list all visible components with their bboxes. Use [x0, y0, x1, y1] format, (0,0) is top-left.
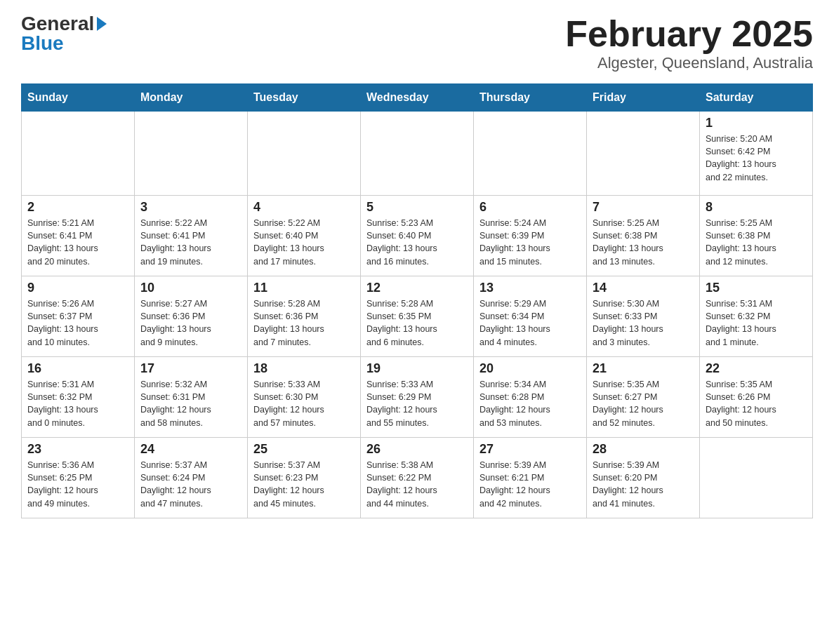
day-number: 3	[140, 200, 241, 215]
table-row: 6Sunrise: 5:24 AMSunset: 6:39 PMDaylight…	[474, 196, 587, 276]
day-number: 6	[479, 200, 581, 215]
day-number: 13	[479, 281, 581, 295]
day-info: Sunrise: 5:37 AMSunset: 6:24 PMDaylight:…	[140, 459, 241, 510]
day-number: 26	[366, 442, 468, 457]
calendar-table: Sunday Monday Tuesday Wednesday Thursday…	[21, 83, 813, 518]
day-info: Sunrise: 5:22 AMSunset: 6:40 PMDaylight:…	[253, 217, 355, 268]
calendar-header-row: Sunday Monday Tuesday Wednesday Thursday…	[22, 84, 813, 112]
table-row: 8Sunrise: 5:25 AMSunset: 6:38 PMDaylight…	[700, 196, 813, 276]
logo-general-text: General	[21, 14, 94, 34]
calendar-week-row: 1Sunrise: 5:20 AMSunset: 6:42 PMDaylight…	[22, 112, 813, 196]
logo: General Blue	[21, 14, 107, 53]
day-info: Sunrise: 5:26 AMSunset: 6:37 PMDaylight:…	[27, 297, 128, 349]
table-row: 28Sunrise: 5:39 AMSunset: 6:20 PMDayligh…	[587, 438, 700, 518]
day-number: 15	[706, 281, 807, 295]
table-row	[135, 112, 248, 196]
table-row: 18Sunrise: 5:33 AMSunset: 6:30 PMDayligh…	[248, 357, 361, 438]
table-row: 25Sunrise: 5:37 AMSunset: 6:23 PMDayligh…	[248, 438, 361, 518]
day-number: 11	[253, 281, 355, 295]
day-info: Sunrise: 5:25 AMSunset: 6:38 PMDaylight:…	[706, 217, 807, 268]
day-info: Sunrise: 5:38 AMSunset: 6:22 PMDaylight:…	[366, 459, 468, 510]
table-row	[248, 112, 361, 196]
table-row: 20Sunrise: 5:34 AMSunset: 6:28 PMDayligh…	[474, 357, 587, 438]
day-number: 2	[27, 200, 128, 215]
day-number: 1	[706, 116, 807, 130]
day-info: Sunrise: 5:23 AMSunset: 6:40 PMDaylight:…	[366, 217, 468, 268]
col-sunday: Sunday	[22, 84, 135, 112]
day-number: 5	[366, 200, 468, 215]
day-number: 20	[479, 361, 581, 376]
day-number: 4	[253, 200, 355, 215]
logo-arrow-icon	[97, 17, 107, 31]
day-number: 23	[27, 442, 128, 457]
calendar-week-row: 23Sunrise: 5:36 AMSunset: 6:25 PMDayligh…	[22, 438, 813, 518]
table-row	[361, 112, 474, 196]
day-info: Sunrise: 5:31 AMSunset: 6:32 PMDaylight:…	[27, 378, 128, 429]
day-info: Sunrise: 5:33 AMSunset: 6:30 PMDaylight:…	[253, 378, 355, 429]
table-row: 19Sunrise: 5:33 AMSunset: 6:29 PMDayligh…	[361, 357, 474, 438]
day-info: Sunrise: 5:32 AMSunset: 6:31 PMDaylight:…	[140, 378, 241, 429]
table-row: 10Sunrise: 5:27 AMSunset: 6:36 PMDayligh…	[135, 276, 248, 357]
table-row: 1Sunrise: 5:20 AMSunset: 6:42 PMDaylight…	[700, 112, 813, 196]
col-thursday: Thursday	[474, 84, 587, 112]
page-header: General Blue February 2025 Algester, Que…	[21, 14, 813, 72]
day-number: 7	[593, 200, 694, 215]
day-info: Sunrise: 5:35 AMSunset: 6:26 PMDaylight:…	[706, 378, 807, 429]
table-row: 13Sunrise: 5:29 AMSunset: 6:34 PMDayligh…	[474, 276, 587, 357]
col-wednesday: Wednesday	[361, 84, 474, 112]
calendar-week-row: 16Sunrise: 5:31 AMSunset: 6:32 PMDayligh…	[22, 357, 813, 438]
day-info: Sunrise: 5:30 AMSunset: 6:33 PMDaylight:…	[593, 297, 694, 349]
day-number: 14	[593, 281, 694, 295]
day-number: 9	[27, 281, 128, 295]
table-row: 4Sunrise: 5:22 AMSunset: 6:40 PMDaylight…	[248, 196, 361, 276]
day-number: 19	[366, 361, 468, 376]
page-title: February 2025	[565, 14, 813, 54]
table-row: 12Sunrise: 5:28 AMSunset: 6:35 PMDayligh…	[361, 276, 474, 357]
day-info: Sunrise: 5:24 AMSunset: 6:39 PMDaylight:…	[479, 217, 581, 268]
table-row: 27Sunrise: 5:39 AMSunset: 6:21 PMDayligh…	[474, 438, 587, 518]
table-row: 2Sunrise: 5:21 AMSunset: 6:41 PMDaylight…	[22, 196, 135, 276]
col-monday: Monday	[135, 84, 248, 112]
table-row: 7Sunrise: 5:25 AMSunset: 6:38 PMDaylight…	[587, 196, 700, 276]
table-row	[700, 438, 813, 518]
day-number: 12	[366, 281, 468, 295]
day-info: Sunrise: 5:34 AMSunset: 6:28 PMDaylight:…	[479, 378, 581, 429]
day-info: Sunrise: 5:28 AMSunset: 6:35 PMDaylight:…	[366, 297, 468, 349]
calendar-week-row: 9Sunrise: 5:26 AMSunset: 6:37 PMDaylight…	[22, 276, 813, 357]
day-info: Sunrise: 5:35 AMSunset: 6:27 PMDaylight:…	[593, 378, 694, 429]
table-row: 23Sunrise: 5:36 AMSunset: 6:25 PMDayligh…	[22, 438, 135, 518]
day-number: 21	[593, 361, 694, 376]
table-row: 17Sunrise: 5:32 AMSunset: 6:31 PMDayligh…	[135, 357, 248, 438]
page-subtitle: Algester, Queensland, Australia	[565, 54, 813, 72]
table-row: 3Sunrise: 5:22 AMSunset: 6:41 PMDaylight…	[135, 196, 248, 276]
table-row: 9Sunrise: 5:26 AMSunset: 6:37 PMDaylight…	[22, 276, 135, 357]
day-info: Sunrise: 5:39 AMSunset: 6:21 PMDaylight:…	[479, 459, 581, 510]
table-row: 26Sunrise: 5:38 AMSunset: 6:22 PMDayligh…	[361, 438, 474, 518]
day-number: 25	[253, 442, 355, 457]
day-info: Sunrise: 5:21 AMSunset: 6:41 PMDaylight:…	[27, 217, 128, 268]
table-row: 11Sunrise: 5:28 AMSunset: 6:36 PMDayligh…	[248, 276, 361, 357]
day-info: Sunrise: 5:37 AMSunset: 6:23 PMDaylight:…	[253, 459, 355, 510]
table-row: 15Sunrise: 5:31 AMSunset: 6:32 PMDayligh…	[700, 276, 813, 357]
table-row: 24Sunrise: 5:37 AMSunset: 6:24 PMDayligh…	[135, 438, 248, 518]
title-block: February 2025 Algester, Queensland, Aust…	[565, 14, 813, 72]
day-info: Sunrise: 5:31 AMSunset: 6:32 PMDaylight:…	[706, 297, 807, 349]
day-info: Sunrise: 5:29 AMSunset: 6:34 PMDaylight:…	[479, 297, 581, 349]
day-info: Sunrise: 5:36 AMSunset: 6:25 PMDaylight:…	[27, 459, 128, 510]
logo-blue-text: Blue	[21, 34, 64, 53]
table-row: 22Sunrise: 5:35 AMSunset: 6:26 PMDayligh…	[700, 357, 813, 438]
day-number: 17	[140, 361, 241, 376]
table-row: 16Sunrise: 5:31 AMSunset: 6:32 PMDayligh…	[22, 357, 135, 438]
day-info: Sunrise: 5:20 AMSunset: 6:42 PMDaylight:…	[706, 133, 807, 184]
day-number: 8	[706, 200, 807, 215]
day-info: Sunrise: 5:33 AMSunset: 6:29 PMDaylight:…	[366, 378, 468, 429]
day-info: Sunrise: 5:22 AMSunset: 6:41 PMDaylight:…	[140, 217, 241, 268]
day-info: Sunrise: 5:39 AMSunset: 6:20 PMDaylight:…	[593, 459, 694, 510]
col-friday: Friday	[587, 84, 700, 112]
table-row: 21Sunrise: 5:35 AMSunset: 6:27 PMDayligh…	[587, 357, 700, 438]
day-number: 10	[140, 281, 241, 295]
table-row	[474, 112, 587, 196]
day-info: Sunrise: 5:25 AMSunset: 6:38 PMDaylight:…	[593, 217, 694, 268]
day-number: 18	[253, 361, 355, 376]
day-number: 27	[479, 442, 581, 457]
